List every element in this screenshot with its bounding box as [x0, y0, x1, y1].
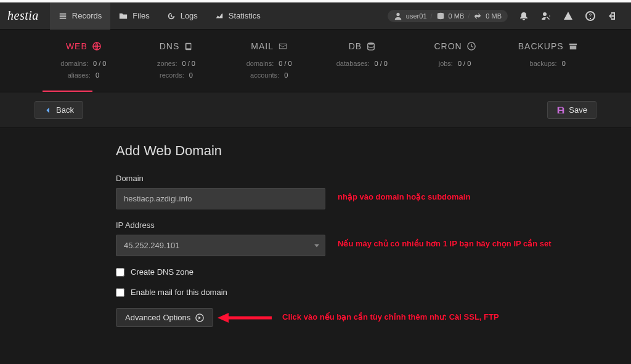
stat-value: 0 — [284, 71, 288, 79]
logout-icon — [608, 11, 617, 21]
nav-records-label: Records — [72, 11, 102, 20]
tab-mail[interactable]: MAIL domains:0 / 0 accounts:0 — [222, 41, 316, 92]
page-title: Add Web Domain — [116, 143, 631, 159]
tab-web-label: WEB — [66, 41, 88, 51]
user-edit-icon — [541, 11, 551, 21]
disk-icon — [436, 12, 445, 20]
help-button[interactable] — [579, 2, 601, 30]
dns-checkbox[interactable] — [116, 268, 124, 277]
save-button-label: Save — [569, 105, 587, 115]
warning-button[interactable] — [557, 2, 579, 30]
stat-label: jobs: — [439, 60, 453, 67]
dns-checkbox-label: Create DNS zone — [131, 267, 193, 277]
back-button-label: Back — [56, 105, 74, 115]
stat-label: databases: — [336, 60, 370, 67]
help-icon — [585, 11, 595, 21]
transfer-icon — [473, 12, 482, 20]
svg-point-5 — [368, 42, 375, 45]
tab-dns-label: DNS — [160, 41, 180, 51]
advanced-options-button[interactable]: Advanced Options — [116, 308, 213, 327]
edit-user-button[interactable] — [535, 2, 557, 30]
save-button[interactable]: Save — [547, 101, 596, 119]
tab-cron[interactable]: CRON jobs:0 / 0 — [409, 41, 502, 92]
user-pill-username: user01 — [406, 12, 427, 20]
globe-icon — [92, 42, 101, 51]
mail-icon — [279, 42, 287, 51]
tab-db[interactable]: DB databases:0 / 0 — [316, 41, 409, 92]
annotation-advanced: Click vào nếu bạn cần tùy chỉnh thêm như… — [282, 312, 499, 322]
ip-label: IP Address — [116, 220, 631, 230]
annotation-arrow — [218, 310, 273, 325]
user-pill-disk: 0 MB — [449, 12, 465, 20]
mail-checkbox-label: Enable mail for this domain — [131, 288, 227, 297]
stat-label: domains: — [246, 60, 274, 67]
nav-statistics[interactable]: Statistics — [206, 2, 269, 30]
annotation-domain: nhập vào domain hoặc subdomain — [338, 192, 470, 201]
svg-marker-9 — [218, 313, 229, 323]
mail-checkbox[interactable] — [116, 288, 124, 297]
user-icon — [394, 12, 402, 20]
stat-label: backups: — [530, 60, 557, 67]
back-button[interactable]: Back — [35, 101, 83, 119]
tab-mail-label: MAIL — [251, 41, 274, 51]
stat-value: 0 / 0 — [279, 60, 291, 67]
folder-icon — [119, 12, 128, 20]
stat-value: 0 — [96, 71, 99, 79]
clock-icon — [467, 42, 476, 51]
save-icon — [556, 106, 565, 115]
bell-icon — [519, 11, 529, 21]
category-tabs: WEB domains:0 / 0 aliases:0 DNS zones:0 … — [0, 30, 631, 92]
stat-value: 0 / 0 — [375, 60, 388, 67]
user-pill-bw: 0 MB — [486, 12, 502, 20]
stat-value: 0 / 0 — [93, 60, 106, 67]
logout-button[interactable] — [601, 2, 624, 30]
nav-files[interactable]: Files — [110, 2, 158, 30]
logo: hestia — [7, 9, 39, 23]
main-content: Add Web Domain Domain nhập vào domain ho… — [0, 128, 631, 327]
nav-statistics-label: Statistics — [229, 11, 261, 20]
stat-label: records: — [160, 71, 184, 79]
tab-web[interactable]: WEB domains:0 / 0 aliases:0 — [37, 41, 130, 92]
tab-dns[interactable]: DNS zones:0 / 0 records:0 — [130, 41, 223, 92]
stat-label: accounts: — [250, 71, 279, 79]
user-pill[interactable]: user01 / 0 MB / 0 MB — [388, 10, 508, 22]
stat-value: 0 / 0 — [458, 60, 471, 67]
annotation-ip: Nếu máy chủ có nhiều hơn 1 IP bạn hãy ch… — [338, 239, 552, 248]
stat-label: aliases: — [68, 71, 91, 79]
nav-logs[interactable]: Logs — [158, 2, 206, 30]
arrow-left-icon — [44, 106, 52, 115]
stat-value: 0 — [189, 71, 193, 79]
list-icon — [59, 12, 67, 20]
svg-point-0 — [396, 12, 399, 15]
history-icon — [167, 12, 176, 20]
tab-db-label: DB — [349, 41, 362, 51]
database-icon — [367, 42, 375, 51]
svg-point-2 — [543, 12, 547, 16]
nav-records[interactable]: Records — [50, 2, 110, 30]
stat-value: 0 — [562, 60, 566, 67]
notifications-button[interactable] — [513, 2, 535, 30]
arrow-circle-right-icon — [195, 313, 204, 322]
tab-backups[interactable]: BACKUPS backups:0 — [501, 41, 594, 92]
advanced-options-label: Advanced Options — [125, 313, 190, 322]
stat-value: 0 / 0 — [182, 60, 195, 67]
nav-logs-label: Logs — [181, 11, 198, 20]
stat-label: zones: — [157, 60, 177, 67]
tab-cron-label: CRON — [434, 41, 462, 51]
archive-icon — [569, 42, 577, 51]
warning-icon — [563, 11, 573, 21]
domain-label: Domain — [116, 174, 631, 183]
book-icon — [184, 42, 193, 51]
toolbar: Back Save — [0, 92, 631, 128]
domain-input[interactable] — [116, 188, 325, 209]
top-nav: hestia Records Files Logs Statistics — [0, 2, 631, 30]
tab-backups-label: BACKUPS — [518, 41, 564, 51]
ip-select[interactable]: 45.252.249.101 — [116, 235, 325, 256]
nav-files-label: Files — [132, 11, 149, 20]
stat-label: domains: — [60, 60, 88, 67]
chart-icon — [215, 12, 224, 20]
